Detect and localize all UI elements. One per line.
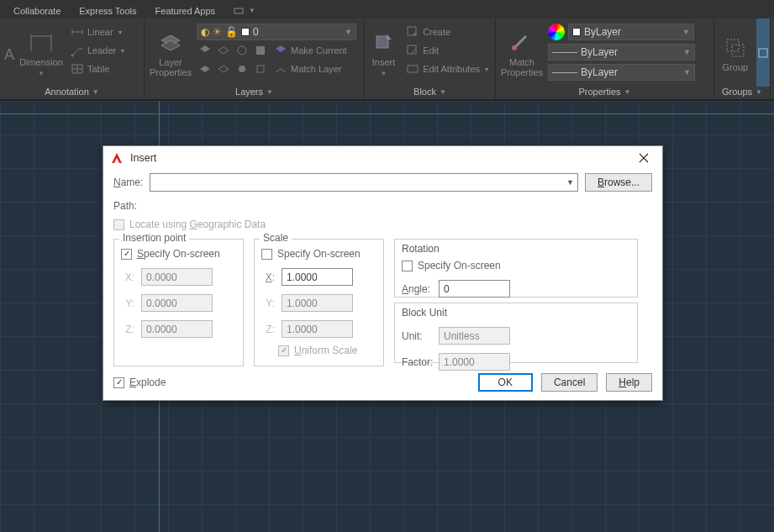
panel-groups-title[interactable]: Groups▼ <box>718 85 766 99</box>
uniform-scale-label: Uniform Scale <box>294 345 357 356</box>
color-wheel-icon[interactable] <box>548 24 565 40</box>
autocad-logo-icon <box>110 151 124 165</box>
panel-annotation: A Dimension ▼ Linear▾ Lead <box>0 18 145 99</box>
ins-x-label: X: <box>121 271 134 283</box>
ins-z-label: Z: <box>121 324 134 335</box>
angle-label: Angle: <box>402 283 432 295</box>
scale-group: Scale Specify On-screen X:1.0000 Y:1.000… <box>254 239 384 366</box>
lineweight-dropdown[interactable]: ByLayer ▼ <box>548 44 695 61</box>
browse-button[interactable]: Browse... <box>585 173 652 192</box>
geographic-label: Locate using Geographic Data <box>129 219 266 230</box>
edit-attr-icon <box>406 62 419 76</box>
create-label: Create <box>423 27 450 37</box>
name-dropdown[interactable]: ▼ <box>150 173 578 192</box>
create-block-button[interactable]: + Create <box>403 24 492 40</box>
leader-button[interactable]: Leader▾ <box>67 42 128 59</box>
tab-overflow[interactable]: ▼ <box>234 7 255 15</box>
scale-x-field[interactable]: 1.0000 <box>282 268 353 286</box>
table-icon <box>71 62 84 76</box>
panel-groups: Group Groups▼ <box>714 18 771 99</box>
rotation-title: Rotation <box>402 243 440 255</box>
edit-attr-label: Edit Attributes <box>423 64 480 74</box>
match-layer-icon <box>274 62 287 76</box>
match-layer-button[interactable]: Match Layer <box>271 61 345 77</box>
lock-icon: 🔓 <box>225 26 238 38</box>
color-dropdown[interactable]: ByLayer ▼ <box>568 24 694 40</box>
make-current-button[interactable]: Make Current <box>271 42 350 59</box>
unit-label: Unit: <box>402 330 432 342</box>
layer-tool-8[interactable] <box>252 61 269 77</box>
layer-tool-3[interactable] <box>234 42 250 59</box>
insert-dialog: Insert Name: ▼ Browse... Path: Locate us… <box>103 145 663 401</box>
create-icon: + <box>406 25 419 39</box>
insertion-point-group: Insertion point Specify On-screen X:0.00… <box>113 239 244 366</box>
group-button[interactable]: Group <box>718 20 753 85</box>
svg-point-8 <box>71 55 74 57</box>
insertion-specify-checkbox[interactable] <box>121 249 132 260</box>
scale-specify-checkbox[interactable] <box>261 249 272 260</box>
panel-block: Insert ▼ + Create Edit Edit Attributes▾ <box>365 18 496 99</box>
ins-y-label: Y: <box>121 298 134 309</box>
svg-rect-16 <box>376 36 388 48</box>
match-properties-label: Match Properties <box>501 57 543 77</box>
ok-button[interactable]: OK <box>478 373 533 392</box>
group-expand[interactable] <box>756 18 770 87</box>
dimension-button[interactable]: Dimension ▼ <box>18 20 64 85</box>
linear-icon <box>71 25 84 39</box>
angle-field[interactable]: 0 <box>439 280 510 298</box>
layer-tool-6[interactable] <box>215 61 232 77</box>
group-icon <box>723 36 748 60</box>
close-button[interactable] <box>634 153 654 163</box>
panel-layers-title[interactable]: Layers▼ <box>148 85 361 99</box>
linear-button[interactable]: Linear▾ <box>67 24 128 40</box>
lightbulb-icon: ◐ <box>201 26 209 38</box>
svg-rect-13 <box>256 46 265 55</box>
lineweight-value: ByLayer <box>581 46 618 58</box>
tab-featured-apps[interactable]: Featured Apps <box>147 4 224 18</box>
rotation-group: Rotation Specify On-screen Angle:0 <box>394 239 638 298</box>
dimension-label: Dimension <box>19 57 63 67</box>
layer-tool-2[interactable] <box>215 42 232 59</box>
layer-properties-button[interactable]: Layer Properties <box>148 20 193 85</box>
insertion-specify-label: Specify On-screen <box>137 248 220 260</box>
layer-tool-4[interactable] <box>252 42 269 59</box>
help-button[interactable]: Help <box>606 373 652 392</box>
panel-annotation-title[interactable]: Annotation▼ <box>3 85 140 99</box>
panel-layers: Layer Properties ◐ ☀ 🔓 0 ▼ <box>145 18 365 99</box>
edit-block-button[interactable]: Edit <box>403 42 492 59</box>
blockunit-title: Block Unit <box>402 307 447 319</box>
insert-icon <box>371 31 397 55</box>
panel-block-title[interactable]: Block▼ <box>368 85 492 99</box>
panel-properties: Match Properties ByLayer ▼ ByLayer ▼ <box>496 18 714 99</box>
layer-tool-1[interactable] <box>197 42 213 59</box>
tab-express-tools[interactable]: Express Tools <box>71 4 145 18</box>
rotation-specify-checkbox[interactable] <box>402 261 413 271</box>
leader-label: Leader <box>87 45 116 55</box>
match-properties-button[interactable]: Match Properties <box>499 20 545 85</box>
edit-attributes-button[interactable]: Edit Attributes▾ <box>403 61 492 77</box>
ins-z-field: 0.0000 <box>141 320 213 338</box>
text-button-edge[interactable]: A <box>3 20 15 85</box>
panel-properties-title[interactable]: Properties▼ <box>499 85 710 99</box>
leader-icon <box>71 44 84 57</box>
svg-text:A: A <box>4 46 14 63</box>
linetype-dropdown[interactable]: ByLayer ▼ <box>548 64 695 81</box>
match-layer-label: Match Layer <box>291 64 342 74</box>
svg-point-12 <box>238 46 246 55</box>
scale-z-field: 1.0000 <box>282 320 353 338</box>
table-button[interactable]: Table <box>67 61 128 77</box>
explode-checkbox[interactable] <box>113 377 124 388</box>
insert-block-button[interactable]: Insert ▼ <box>368 20 399 85</box>
layer-name: 0 <box>253 26 259 38</box>
factor-field: 1.0000 <box>439 353 510 371</box>
dialog-titlebar[interactable]: Insert <box>103 146 662 170</box>
layer-tool-5[interactable] <box>197 61 213 77</box>
layer-tool-7[interactable] <box>234 61 250 77</box>
path-label: Path: <box>113 200 652 212</box>
cancel-button[interactable]: Cancel <box>541 373 598 392</box>
layers-icon <box>158 31 183 55</box>
layer-color-swatch <box>241 28 250 36</box>
scale-y-label: Y: <box>261 298 275 309</box>
tab-collaborate[interactable]: Collaborate <box>5 4 69 18</box>
layer-dropdown[interactable]: ◐ ☀ 🔓 0 ▼ <box>197 24 356 40</box>
